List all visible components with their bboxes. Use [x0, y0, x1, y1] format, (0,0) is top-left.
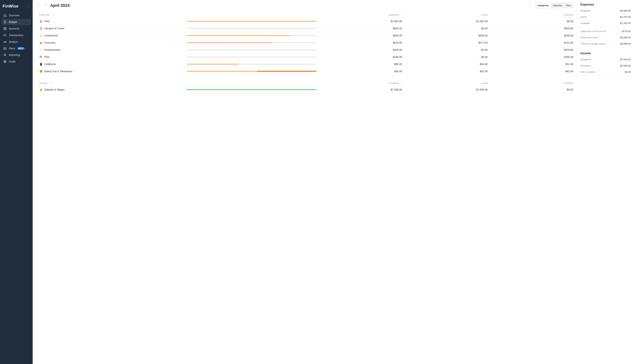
progress-overflow [257, 71, 316, 72]
cell-budgeted: $1,900.00 [319, 20, 402, 23]
category-label: Rent [44, 20, 50, 23]
column-header-budgeted[interactable]: Budgeted [319, 14, 402, 16]
svg-point-20 [5, 62, 5, 62]
category-label: Vacation & Travel [44, 27, 64, 30]
category-row[interactable]: 💰Salaries & Wages$7,500.00$7,500.00$0.00 [36, 86, 573, 93]
view-segmented-control: Categories Calendar Plan [535, 2, 573, 8]
category-label: Groceries [44, 41, 56, 44]
summary-row: 6 Month average spend$3,099.00 [580, 41, 631, 47]
summary-row: Spent last month$3,093.00 [580, 34, 631, 41]
category-label: Entertainment [44, 48, 60, 51]
category-emoji-icon: 📱 [39, 63, 43, 66]
cell-actual: $1,900.00 [404, 20, 488, 23]
sidebar-more-icon[interactable] [26, 4, 30, 8]
cell-actual: $7,500.00 [404, 88, 488, 91]
column-header-available: Available [490, 82, 573, 84]
add-income-button[interactable] [50, 82, 53, 84]
sidebar-item-accounts[interactable]: Accounts [2, 26, 31, 32]
beta-badge: BETA [18, 47, 25, 50]
category-row[interactable]: 🐕Pets$180.00$0.00$180.00 [36, 53, 573, 60]
column-header-actual: Actual [404, 82, 488, 84]
category-label: Pets [44, 56, 50, 58]
cell-available: $200.00 [490, 48, 573, 51]
cell-budgeted: $200.00 [319, 48, 402, 51]
category-emoji-icon: 🥑 [39, 41, 43, 44]
category-row[interactable]: 📈Investments$500.00$400.00$100.00 [36, 32, 573, 39]
category-label: Eating Out & Takeaways [44, 70, 72, 73]
sidebar: FinWise Overview Budget Accounts Transac… [0, 0, 33, 364]
cell-budgeted: $7,500.00 [319, 88, 402, 91]
svg-point-2 [28, 6, 28, 7]
category-row[interactable]: 🏠Rent$1,900.00$1,900.00$0.00 [36, 18, 573, 25]
category-label: Salaries & Wages [44, 88, 65, 91]
category-row[interactable]: 🍔Eating Out & Takeaways$50.00$92.00-$42.… [36, 68, 573, 75]
sidebar-item-label: Transactions [9, 34, 24, 37]
column-header-actual: Actual [404, 14, 488, 16]
cell-available: -$42.00 [490, 70, 573, 73]
summary-label: Available [580, 22, 590, 24]
sidebar-item-reporting[interactable]: Reporting [2, 52, 31, 58]
sidebar-item-label: Reporting [9, 54, 20, 56]
cell-budgeted: $650.00 [319, 27, 402, 30]
sidebar-item-transactions[interactable]: Transactions [2, 32, 31, 38]
sidebar-item-budget[interactable]: Budget [2, 19, 31, 25]
cell-actual: $277.00 [404, 41, 488, 44]
summary-label: Spent last month this far [580, 30, 606, 32]
list-icon [3, 34, 7, 37]
sidebar-item-label: Budget [9, 20, 17, 24]
category-emoji-icon: 📈 [39, 34, 43, 37]
month-prev-button[interactable] [36, 3, 41, 8]
progress-fill [187, 64, 239, 65]
category-label: Investments [44, 34, 58, 37]
svg-rect-3 [4, 27, 5, 28]
target-icon [3, 60, 7, 63]
summary-expenses-title: Expenses [580, 3, 631, 6]
cell-budgeted: $85.00 [319, 63, 402, 66]
summary-row: Budgeted$3,985.00 [580, 8, 631, 14]
topbar-more-icon[interactable] [527, 3, 532, 8]
progress-bar [187, 56, 316, 58]
category-name: 🐕Pets [36, 56, 185, 58]
svg-point-11 [4, 35, 4, 35]
column-header-budgeted[interactable]: Budgeted [319, 82, 402, 84]
progress-fill [187, 71, 257, 72]
sidebar-item-overview[interactable]: Overview [2, 12, 31, 18]
category-row[interactable]: 📱Cellphone$85.00$34.00$51.00 [36, 60, 573, 68]
category-row[interactable]: 🏝️Vacation & Travel$650.00$0.00$650.00 [36, 25, 573, 32]
cell-actual: $0.00 [404, 56, 488, 58]
tab-plan[interactable]: Plan [564, 3, 573, 8]
summary-panel: Expenses Budgeted$3,985.00Spent$2,703.00… [577, 0, 634, 364]
svg-point-1 [28, 6, 28, 6]
cell-actual: $0.00 [404, 27, 488, 30]
sidebar-item-label: Overview [9, 14, 20, 17]
add-expense-button[interactable] [52, 13, 55, 16]
progress-fill [187, 35, 290, 36]
cell-actual: $0.00 [404, 48, 488, 51]
progress-bar [187, 64, 316, 65]
svg-point-10 [4, 34, 4, 35]
sidebar-item-goals[interactable]: Goals [2, 58, 31, 65]
brand-logo: FinWise [3, 4, 18, 8]
section-label: Income [39, 82, 47, 84]
category-label: Cellphone [44, 63, 56, 66]
month-next-button[interactable] [43, 3, 48, 8]
tab-calendar[interactable]: Calendar [551, 3, 564, 8]
progress-bar [187, 89, 316, 90]
summary-row: Received$7,500.00 [580, 63, 631, 69]
summary-label: Budgeted [580, 58, 591, 61]
sidebar-item-label: Analyze [9, 40, 18, 43]
category-row[interactable]: 🥑Groceries$420.00$277.00$143.00 [36, 39, 573, 46]
sidebar-item-analyze[interactable]: Analyze [2, 39, 31, 45]
category-emoji-icon: 🏝️ [39, 27, 43, 30]
category-emoji-icon: 🐕 [39, 56, 43, 58]
zoom-icon [3, 53, 7, 57]
tab-categories[interactable]: Categories [535, 3, 550, 8]
svg-point-0 [28, 5, 28, 5]
svg-line-15 [6, 56, 6, 56]
summary-value: $3,099.00 [620, 42, 631, 45]
progress-bar [187, 21, 316, 22]
category-row[interactable]: 🥂Entertainment$200.00$0.00$200.00 [36, 46, 573, 53]
summary-row: Budgeted$7,500.00 [580, 56, 631, 63]
sidebar-item-label: Accounts [9, 27, 20, 30]
sidebar-item-plans[interactable]: Plans BETA [2, 45, 31, 52]
